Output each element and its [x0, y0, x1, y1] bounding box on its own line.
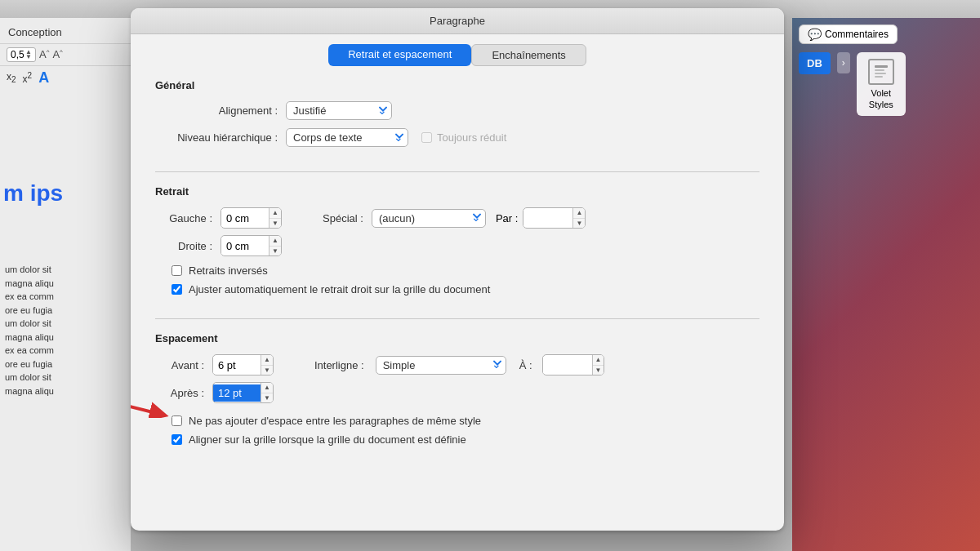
avant-up[interactable]: ▲	[261, 355, 273, 366]
superscript-btn[interactable]: x2	[23, 71, 33, 85]
ajuster-checkbox[interactable]	[172, 284, 182, 295]
font-btns: A^ A^	[39, 48, 63, 60]
commentaires-label: Commentaires	[825, 29, 889, 40]
esp-left: Avant : ▲ ▼ Après :	[155, 354, 274, 403]
espacement-title: Espacement	[155, 332, 760, 344]
toujours-reduit-row: Toujours réduit	[421, 131, 506, 144]
par-up[interactable]: ▲	[573, 208, 585, 219]
droite-spin: ▲ ▼	[220, 235, 282, 256]
font-size-value: 0,5	[11, 49, 24, 60]
alignement-select[interactable]: Justifié À gauche Centré À droite	[286, 101, 392, 120]
tab-retrait-espacement[interactable]: Retrait et espacement	[328, 44, 471, 66]
lorem-line-1: um dolor sit	[5, 263, 126, 277]
lorem-line-8: ore eu fugia	[5, 358, 126, 371]
svg-rect-3	[875, 76, 883, 78]
volet-label: Volet	[871, 88, 891, 98]
a-arrows: ▲ ▼	[592, 355, 604, 375]
retrait-layout: Gauche : ▲ ▼ Droite :	[155, 207, 760, 256]
chevron-right-btn[interactable]: ›	[837, 52, 850, 73]
retrait-title: Retrait	[155, 185, 760, 198]
avant-row: Avant : ▲ ▼	[155, 354, 274, 375]
a-down[interactable]: ▼	[593, 366, 604, 375]
droite-arrows: ▲ ▼	[269, 236, 281, 256]
commentaires-button[interactable]: 💬 Commentaires	[799, 24, 898, 44]
par-row: Par : ▲ ▼	[496, 207, 586, 229]
special-label: Spécial :	[314, 212, 372, 224]
retrait-section: Retrait Gauche : ▲ ▼	[155, 185, 760, 305]
avant-input[interactable]	[213, 357, 261, 374]
espacement-layout: Avant : ▲ ▼ Après :	[155, 354, 760, 403]
gauche-input[interactable]	[221, 210, 269, 227]
db-button[interactable]: DB	[799, 52, 831, 74]
subscript-btn[interactable]: x2	[7, 71, 16, 84]
lorem-line-3: ex ea comm	[5, 290, 126, 304]
red-arrow-container	[131, 377, 180, 420]
gauche-down[interactable]: ▼	[270, 219, 281, 229]
divider-1	[155, 171, 760, 172]
gauche-up[interactable]: ▲	[270, 208, 281, 219]
tab-enchainements[interactable]: Enchaînements	[471, 44, 586, 66]
volet-area: DB › Volet Styles	[799, 52, 906, 116]
conception-label: Conception	[0, 21, 131, 44]
retraits-inverses-checkbox[interactable]	[172, 265, 182, 276]
red-arrow-icon	[131, 377, 180, 418]
apres-down[interactable]: ▼	[261, 393, 273, 403]
font-shrink-btn[interactable]: A^	[52, 48, 62, 60]
styles-label: Styles	[869, 100, 893, 109]
niveau-select[interactable]: Corps de texte Niveau 1 Niveau 2	[286, 128, 408, 147]
svg-rect-1	[875, 69, 884, 71]
dialog-overlay: Paragraphe Retrait et espacement Enchaîn…	[114, 0, 800, 551]
niveau-select-wrapper: Corps de texte Niveau 1 Niveau 2	[286, 128, 408, 147]
aligner-grille-checkbox[interactable]	[172, 434, 182, 445]
esp-right: Interligne : Simple 1,5 ligne Double Au …	[314, 354, 605, 375]
lorem-line-10: magna aliqu	[5, 384, 126, 398]
lorem-line-2: magna aliqu	[5, 277, 126, 291]
retrait-checkboxes: Retraits inversés Ajuster automatiquemen…	[155, 264, 760, 295]
par-input[interactable]	[523, 210, 572, 227]
niveau-label: Niveau hiérarchique :	[155, 131, 286, 144]
interligne-label: Interligne :	[314, 359, 364, 371]
lorem-line-9: um dolor sit	[5, 371, 126, 384]
volet-styles-button[interactable]: Volet Styles	[857, 52, 906, 116]
par-down[interactable]: ▼	[573, 219, 585, 229]
niveau-row: Niveau hiérarchique : Corps de texte Niv…	[155, 128, 760, 147]
special-select[interactable]: (aucun) Première ligne Suspendu	[372, 209, 486, 228]
interligne-select[interactable]: Simple 1,5 ligne Double Au moins Exactem…	[376, 356, 506, 375]
svg-rect-2	[875, 73, 886, 74]
ajuster-label: Ajuster automatiquement le retrait droit…	[189, 283, 490, 295]
lorem-line-4: ore eu fugia	[5, 304, 126, 318]
retrait-left: Gauche : ▲ ▼ Droite :	[155, 207, 282, 256]
par-arrows: ▲ ▼	[572, 208, 585, 228]
droite-down[interactable]: ▼	[270, 247, 281, 256]
font-size-box[interactable]: 0,5 ▲▼	[7, 47, 36, 62]
lorem-line-7: ex ea comm	[5, 344, 126, 358]
gauche-row: Gauche : ▲ ▼	[155, 207, 282, 229]
apres-up[interactable]: ▲	[261, 383, 273, 393]
right-panel: 💬 Commentaires DB › Volet Styles	[792, 18, 980, 551]
alignement-label: Alignement :	[155, 104, 286, 117]
apres-spin: ▲ ▼	[212, 382, 274, 403]
divider-2	[155, 318, 760, 319]
gauche-spin: ▲ ▼	[220, 207, 282, 229]
font-size-row: 0,5 ▲▼ A^ A^	[0, 44, 131, 66]
a-up[interactable]: ▲	[593, 355, 604, 366]
aligner-grille-row: Aligner sur la grille lorsque la grille …	[155, 433, 760, 446]
svg-rect-0	[875, 65, 888, 68]
volet-icon	[868, 59, 894, 85]
droite-input[interactable]	[221, 238, 269, 255]
format-a-btn[interactable]: A	[38, 69, 49, 87]
toujours-reduit-checkbox[interactable]	[421, 132, 432, 143]
doc-lorem-small: um dolor sit magna aliqu ex ea comm ore …	[0, 263, 131, 398]
a-input[interactable]	[543, 357, 592, 374]
espacement-checkboxes: Ne pas ajouter d'espace entre les paragr…	[155, 415, 760, 446]
gauche-label: Gauche :	[155, 212, 220, 224]
apres-input[interactable]	[213, 384, 261, 402]
droite-label: Droite :	[155, 240, 220, 252]
droite-up[interactable]: ▲	[270, 236, 281, 247]
avant-down[interactable]: ▼	[261, 366, 273, 375]
commentaires-icon: 💬	[808, 28, 822, 41]
font-grow-btn[interactable]: A^	[39, 48, 49, 60]
avant-label: Avant :	[155, 359, 212, 371]
interligne-select-wrapper: Simple 1,5 ligne Double Au moins Exactem…	[376, 356, 506, 375]
retrait-right: Spécial : (aucun) Première ligne Suspend…	[314, 207, 586, 256]
